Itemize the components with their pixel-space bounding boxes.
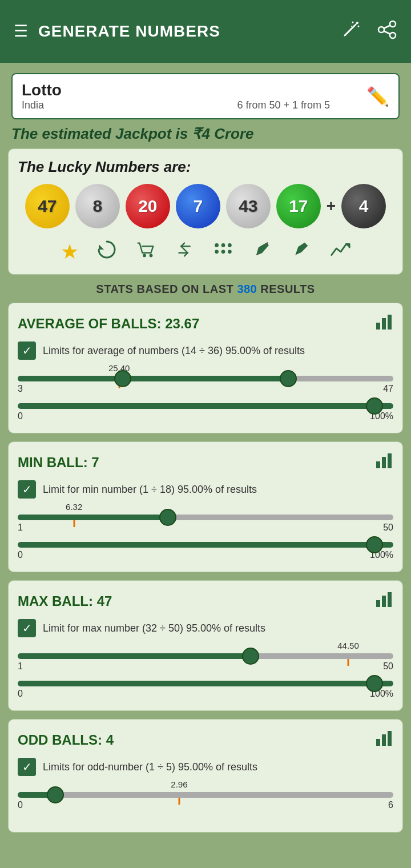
actions-row: ★ [18, 239, 393, 265]
compare-icon[interactable] [174, 239, 195, 265]
stat-desc-odd: Limits for odd-number (1 ÷ 5) 95.00% of … [43, 761, 257, 773]
svg-rect-35 [388, 731, 392, 746]
edit-icon[interactable] [290, 239, 312, 265]
slider-thumb-max[interactable] [242, 648, 259, 665]
svg-rect-24 [376, 323, 380, 329]
slider-track2-min [18, 542, 393, 548]
refresh-icon[interactable] [96, 239, 118, 265]
ball-bonus: 4 [341, 184, 386, 228]
svg-point-19 [215, 250, 219, 254]
slider-track-min [18, 515, 393, 520]
slider-thumb1-avg[interactable] [114, 370, 131, 387]
wand-icon[interactable] [340, 19, 361, 44]
slider2-avg-area: 0 100% [18, 403, 393, 421]
svg-rect-30 [376, 600, 380, 607]
svg-rect-26 [388, 315, 392, 329]
svg-point-4 [358, 25, 360, 27]
svg-point-6 [390, 21, 396, 27]
slider-max-min: 50 [383, 523, 393, 533]
svg-rect-32 [388, 592, 392, 607]
slider-max-avg: 47 [383, 384, 393, 394]
stat-header-average: AVERAGE OF BALLS: 23.67 [18, 312, 393, 335]
stats-suffix: RESULTS [257, 283, 315, 295]
bar-chart-icon-min[interactable] [375, 451, 393, 473]
hamburger-icon[interactable]: ☰ [14, 23, 28, 39]
stat-header-min: MIN BALL: 7 [18, 451, 393, 473]
slider-min-min: 1 [18, 523, 23, 533]
svg-line-10 [384, 31, 390, 34]
slider-thumb-max2[interactable] [366, 675, 383, 692]
stats-count[interactable]: 380 [237, 283, 257, 295]
checkbox-max[interactable]: ✓ [18, 619, 36, 637]
bar-chart-icon-max[interactable] [375, 590, 393, 612]
checkbox-average[interactable]: ✓ [18, 341, 36, 360]
lottery-selector[interactable]: Lotto India 6 from 50 + 1 from 5 ✏️ [11, 73, 400, 119]
top-bar: ☰ GENERATE NUMBERS [0, 0, 411, 63]
pen-icon[interactable] [251, 239, 273, 265]
svg-point-3 [352, 21, 354, 23]
svg-marker-11 [99, 244, 104, 250]
stat-card-odd: ODD BALLS: 4 ✓ Limits for odd-number (1 … [8, 719, 403, 833]
stats-prefix: STATS BASED ON LAST [96, 283, 237, 295]
slider2-min-avg: 0 [18, 411, 23, 421]
slider-min-max: 1 [18, 661, 23, 672]
svg-rect-28 [382, 457, 386, 468]
slider-fill-max [18, 653, 251, 659]
bar-chart-icon-average[interactable] [375, 312, 393, 335]
edit-lottery-icon[interactable]: ✏️ [366, 86, 389, 107]
balls-row: 47 8 20 7 43 17 + 4 [18, 184, 393, 228]
top-bar-right [340, 19, 397, 44]
slider-fill-avg [18, 376, 288, 381]
slider-marker-max: 44.50 [337, 641, 359, 650]
svg-line-0 [345, 25, 355, 35]
slider-thumb-avg2[interactable] [366, 397, 383, 415]
svg-point-16 [215, 243, 219, 247]
slider-min-avg: 3 [18, 384, 23, 394]
lottery-country: India [22, 99, 44, 111]
slider-max-max: 50 [383, 661, 393, 672]
svg-rect-31 [382, 596, 386, 607]
svg-point-17 [221, 243, 225, 247]
stat-title-odd: ODD BALLS: 4 [18, 732, 114, 748]
svg-point-20 [221, 250, 225, 254]
slider-thumb1-odd[interactable] [47, 786, 64, 803]
stat-title-average: AVERAGE OF BALLS: 23.67 [18, 316, 199, 332]
stat-checkbox-row-average: ✓ Limits for average of numbers (14 ÷ 36… [18, 341, 393, 360]
lucky-title: The Lucky Numbers are: [18, 158, 393, 176]
slider-thumb-min[interactable] [159, 509, 176, 526]
slider-track2-max [18, 681, 393, 686]
slider-track-avg [18, 376, 393, 381]
ball-2: 8 [75, 184, 120, 228]
slider-fill-min [18, 515, 168, 520]
slider-thumb2-avg[interactable] [280, 370, 297, 387]
app-title: GENERATE NUMBERS [38, 22, 220, 41]
slider-min-odd: 0 [18, 800, 23, 810]
svg-point-12 [143, 254, 146, 258]
svg-point-5 [351, 26, 352, 27]
dots-icon[interactable] [212, 239, 234, 265]
lottery-format: 6 from 50 + 1 from 5 [237, 99, 330, 111]
ball-4: 7 [176, 184, 220, 228]
slider-max-odd: 6 [388, 800, 393, 810]
stat-checkbox-row-min: ✓ Limit for min number (1 ÷ 18) 95.00% o… [18, 480, 393, 499]
svg-rect-25 [382, 318, 386, 329]
slider-thumb-min2[interactable] [366, 536, 383, 553]
cart-icon[interactable] [135, 239, 156, 265]
slider-track-max [18, 653, 393, 659]
slider-track2-avg [18, 403, 393, 409]
stat-checkbox-row-odd: ✓ Limits for odd-number (1 ÷ 5) 95.00% o… [18, 758, 393, 776]
svg-line-9 [384, 25, 390, 28]
trend-icon[interactable] [329, 239, 350, 265]
checkbox-odd[interactable]: ✓ [18, 758, 36, 776]
stat-title-min: MIN BALL: 7 [18, 455, 99, 471]
favorite-icon[interactable]: ★ [61, 240, 79, 264]
plus-sign: + [327, 197, 336, 215]
bar-chart-icon-odd[interactable] [375, 729, 393, 751]
stats-bar: STATS BASED ON LAST 380 RESULTS [0, 283, 411, 296]
stat-card-max: MAX BALL: 47 ✓ Limit for max number (32 … [8, 580, 403, 711]
stat-header-odd: ODD BALLS: 4 [18, 729, 393, 751]
slider-marker-odd: 2.96 [171, 779, 187, 789]
slider2-min-min: 0 [18, 550, 23, 560]
share-icon[interactable] [377, 19, 397, 44]
checkbox-min[interactable]: ✓ [18, 480, 36, 499]
